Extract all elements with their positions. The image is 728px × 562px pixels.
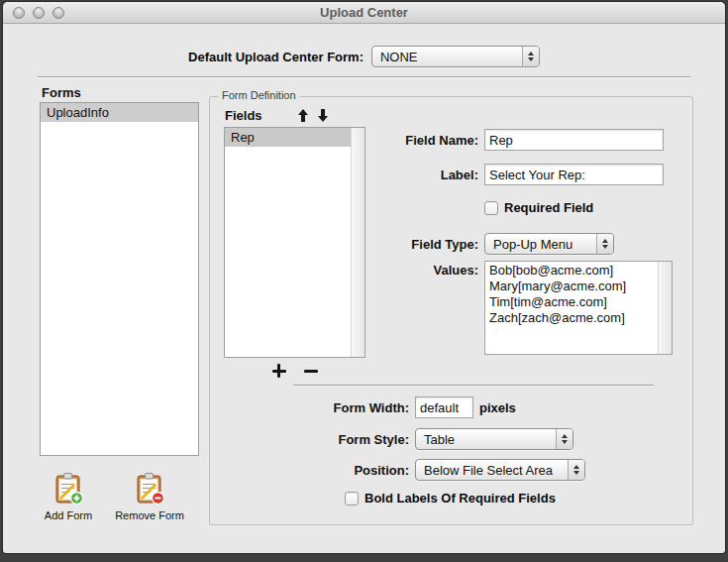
required-field-row: Required Field xyxy=(484,200,593,215)
position-row: Position: Below File Select Area xyxy=(256,459,585,481)
remove-form-button[interactable]: Remove Form xyxy=(114,472,185,521)
default-form-popup[interactable]: NONE xyxy=(371,46,540,67)
form-definition-title: Form Definition xyxy=(218,89,300,101)
field-type-popup[interactable]: Pop-Up Menu xyxy=(484,233,614,255)
values-row: Values: Bob[bob@acme.com] Mary[mary@acme… xyxy=(325,261,673,355)
field-add-remove-controls xyxy=(224,363,365,379)
clipboard-plus-icon xyxy=(52,472,84,506)
form-width-unit: pixels xyxy=(479,400,516,415)
field-name-label: Field Name: xyxy=(325,133,478,148)
form-style-popup-value: Table xyxy=(416,429,556,449)
form-width-label: Form Width: xyxy=(256,400,409,415)
clipboard-minus-icon xyxy=(134,472,165,506)
label-label: Label: xyxy=(325,168,478,182)
popup-arrows-icon xyxy=(596,234,613,254)
field-name-row: Field Name: xyxy=(325,129,664,151)
required-field-label: Required Field xyxy=(504,200,593,215)
field-type-popup-value: Pop-Up Menu xyxy=(485,234,596,254)
default-form-popup-value: NONE xyxy=(372,47,522,66)
remove-form-button-label: Remove Form xyxy=(114,509,185,521)
form-style-label: Form Style: xyxy=(256,432,409,447)
window-controls xyxy=(13,7,64,19)
move-field-up-button[interactable] xyxy=(297,109,309,122)
form-width-row: Form Width: pixels xyxy=(256,396,516,418)
values-label: Values: xyxy=(325,261,478,278)
field-name-input[interactable] xyxy=(484,129,664,151)
list-item[interactable]: UploadInfo xyxy=(41,103,198,122)
default-form-label: Default Upload Center Form: xyxy=(188,50,364,64)
bold-labels-label: Bold Labels Of Required Fields xyxy=(364,491,556,506)
add-field-button[interactable] xyxy=(271,363,287,379)
arrow-up-icon xyxy=(297,109,309,122)
upload-center-window: Upload Center Default Upload Center Form… xyxy=(3,2,725,553)
move-field-down-button[interactable] xyxy=(317,109,329,122)
window-title: Upload Center xyxy=(3,2,725,24)
position-popup-value: Below File Select Area xyxy=(416,460,568,480)
forms-panel-title: Forms xyxy=(42,85,81,100)
popup-arrows-icon xyxy=(568,460,584,480)
position-label: Position: xyxy=(256,463,409,478)
close-window-button[interactable] xyxy=(13,7,25,19)
zoom-window-button[interactable] xyxy=(52,7,64,19)
minimize-window-button[interactable] xyxy=(33,7,45,19)
popup-arrows-icon xyxy=(522,47,539,66)
popup-arrows-icon xyxy=(556,429,572,449)
add-form-button-label: Add Form xyxy=(33,509,104,521)
field-type-label: Field Type: xyxy=(325,237,478,252)
form-style-row: Form Style: Table xyxy=(256,428,573,450)
title-bar: Upload Center xyxy=(3,2,725,24)
header-divider xyxy=(38,76,690,77)
label-input[interactable] xyxy=(484,164,664,185)
values-list[interactable]: Bob[bob@acme.com] Mary[mary@acme.com] Ti… xyxy=(484,261,673,355)
bold-labels-checkbox[interactable] xyxy=(345,492,359,506)
add-form-button[interactable]: Add Form xyxy=(33,472,104,521)
form-width-input[interactable] xyxy=(415,396,473,418)
position-popup[interactable]: Below File Select Area xyxy=(415,459,585,481)
default-form-row: Default Upload Center Form: NONE xyxy=(3,46,725,67)
forms-list[interactable]: UploadInfo xyxy=(40,102,199,456)
required-field-checkbox[interactable] xyxy=(484,201,498,215)
label-row: Label: xyxy=(325,164,664,185)
values-scrollbar[interactable] xyxy=(658,262,672,354)
fields-list-title: Fields xyxy=(225,108,262,123)
remove-field-button[interactable] xyxy=(303,363,319,379)
field-type-row: Field Type: Pop-Up Menu xyxy=(325,233,614,255)
form-style-popup[interactable]: Table xyxy=(415,428,573,450)
form-settings-divider xyxy=(293,385,654,386)
bold-labels-row: Bold Labels Of Required Fields xyxy=(345,491,556,506)
values-text: Bob[bob@acme.com] Mary[mary@acme.com] Ti… xyxy=(489,263,654,326)
field-reorder-controls xyxy=(297,109,329,122)
arrow-down-icon xyxy=(317,109,329,122)
